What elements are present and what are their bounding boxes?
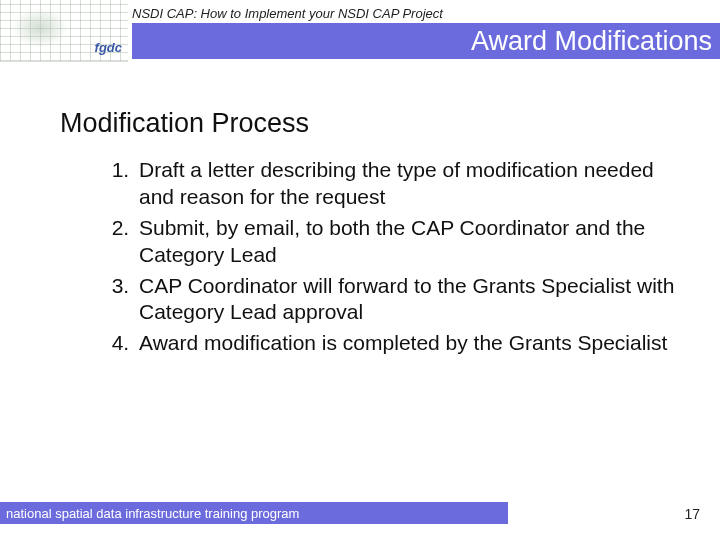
- title-bar: Award Modifications: [132, 23, 720, 59]
- step-item: Award modification is completed by the G…: [135, 330, 690, 357]
- slide-title: Award Modifications: [471, 26, 712, 57]
- slide: fgdc NSDI CAP: How to Implement your NSD…: [0, 0, 720, 540]
- section-title: Modification Process: [60, 108, 690, 139]
- page-number: 17: [684, 506, 700, 522]
- header: fgdc NSDI CAP: How to Implement your NSD…: [0, 0, 720, 62]
- step-item: Draft a letter describing the type of mo…: [135, 157, 690, 211]
- step-item: Submit, by email, to both the CAP Coordi…: [135, 215, 690, 269]
- steps-list: Draft a letter describing the type of mo…: [60, 157, 690, 357]
- footer-bar: national spatial data infrastructure tra…: [0, 502, 508, 524]
- logo-text: fgdc: [95, 40, 122, 55]
- preheader: NSDI CAP: How to Implement your NSDI CAP…: [132, 6, 720, 23]
- content: Modification Process Draft a letter desc…: [60, 108, 690, 361]
- footer-text: national spatial data infrastructure tra…: [6, 506, 299, 521]
- step-item: CAP Coordinator will forward to the Gran…: [135, 273, 690, 327]
- header-title-area: NSDI CAP: How to Implement your NSDI CAP…: [128, 0, 720, 59]
- logo-fgdc: fgdc: [0, 0, 128, 62]
